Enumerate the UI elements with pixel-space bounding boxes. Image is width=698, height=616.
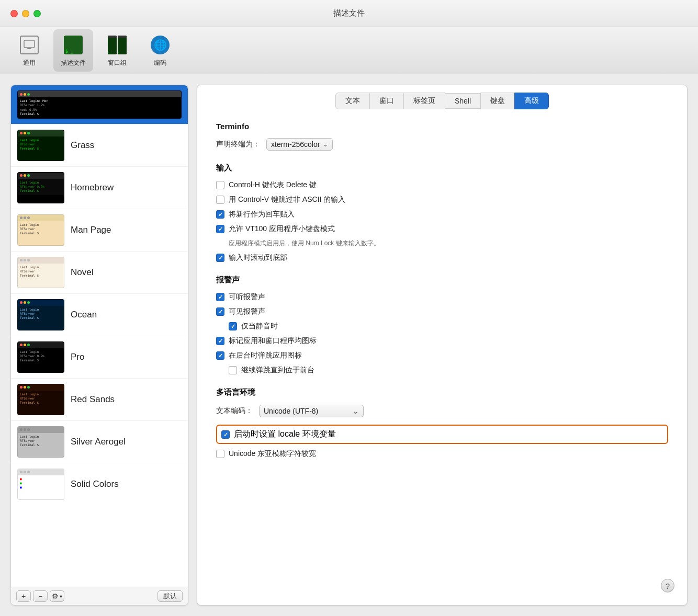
alert-item-1: 可见报警声 (216, 307, 668, 316)
checkbox-scroll-bottom[interactable] (216, 254, 224, 262)
grass-info: Grass (71, 140, 94, 151)
titlebar: 描述文件 (0, 0, 698, 27)
visual-alert-label: 可见报警声 (229, 307, 265, 316)
tab-keyboard[interactable]: 键盘 (480, 93, 515, 109)
encoding-select[interactable]: Unicode (UTF-8) ⌄ (259, 405, 364, 417)
redsands-info: Red Sands (71, 394, 115, 405)
sidebar-item-redsands[interactable]: Last login RTServer Terminal $ Red Sands (11, 379, 188, 421)
minimize-button[interactable] (22, 10, 29, 17)
sidebar-bottombar: + − ⚙ ▾ 默认 (11, 587, 188, 605)
homebrew-name: Homebrew (71, 182, 114, 193)
novel-info: Novel (71, 267, 93, 278)
sidebar-item-basic[interactable]: Last login: Mon RTServer 1.2% node 0.5% … (11, 85, 188, 124)
alert-title: 报警声 (216, 275, 668, 285)
mute-only-label: 仅当静音时 (241, 322, 278, 331)
sidebar-item-novel[interactable]: Last login RTServer Terminal $ Novel (11, 252, 188, 294)
checkbox-mute-only[interactable] (229, 322, 237, 330)
gear-icon: ⚙ (52, 592, 59, 600)
thumbnail-silveraerogel: Last login RTServer Terminal $ (17, 426, 64, 458)
chevron-down-icon: ⌄ (323, 141, 328, 148)
novel-name: Novel (71, 267, 93, 278)
pro-info: Pro (71, 352, 84, 362)
manpage-info: Man Page (71, 225, 111, 235)
locale-env-row: 启动时设置 locale 环境变量 (216, 425, 668, 444)
checkbox-unicode-wide[interactable] (216, 450, 224, 458)
main-content: Last login: Mon RTServer 1.2% node 0.5% … (0, 74, 698, 616)
bounce-continue-label: 继续弹跳直到位于前台 (241, 366, 314, 375)
locale-env-label: 启动时设置 locale 环境变量 (234, 429, 336, 440)
remove-profile-button[interactable]: − (33, 590, 48, 602)
newline-label: 将新行作为回车贴入 (229, 210, 295, 219)
locale-section: 多语言环境 文本编码： Unicode (UTF-8) ⌄ 启动时设置 loca… (216, 387, 668, 459)
silveraerogel-info: Silver Aerogel (71, 437, 126, 447)
audio-alert-label: 可听报警声 (229, 292, 265, 302)
toolbar-profile[interactable]: $ _ 描述文件 (53, 29, 93, 72)
input-item-0: Control-H 键代表 Delete 键 (216, 180, 668, 190)
tab-window[interactable]: 窗口 (369, 93, 404, 109)
tab-tabpage[interactable]: 标签页 (403, 93, 445, 109)
profile-list: Last login: Mon RTServer 1.2% node 0.5% … (11, 85, 188, 587)
maximize-button[interactable] (33, 10, 41, 17)
toolbar-wingroup-label: 窗口组 (108, 59, 127, 67)
ctrl-h-label: Control-H 键代表 Delete 键 (229, 180, 317, 190)
wingroup-icon-shape: $ $ (108, 36, 127, 54)
profile-icon: $ _ (62, 33, 85, 56)
sidebar-item-solidcolors[interactable]: ■ ■ ■ Solid Colors (11, 463, 188, 505)
ocean-name: Ocean (71, 310, 97, 320)
default-button[interactable]: 默认 (157, 590, 183, 602)
input-item-2: 将新行作为回车贴入 (216, 210, 668, 219)
checkbox-locale-env[interactable] (221, 430, 230, 439)
general-icon-shape (20, 36, 39, 54)
manpage-name: Man Page (71, 225, 111, 235)
panel-wrapper: Terminfo 声明终端为： xterm-256color ⌄ 输入 Co (197, 109, 687, 605)
checkbox-newline[interactable] (216, 210, 224, 219)
solidcolors-name: Solid Colors (71, 479, 119, 489)
ctrl-v-label: 用 Control-V 键跳过非 ASCII 的输入 (229, 195, 345, 204)
sidebar-item-grass[interactable]: Last login RTServer Terminal $ Grass (11, 124, 188, 167)
add-profile-button[interactable]: + (16, 590, 31, 602)
right-panel: 文本 窗口 标签页 Shell 键盘 高级 Terminfo 声明终端为： xt… (197, 85, 688, 606)
toolbar-encoding[interactable]: 🌐 编码 (141, 29, 179, 72)
globe-icon: 🌐 (149, 33, 172, 56)
close-button[interactable] (10, 10, 18, 17)
vt100-note: 应用程序模式启用后，使用 Num Lock 键来输入数字。 (229, 239, 668, 248)
toolbar-profile-label: 描述文件 (61, 59, 86, 67)
tab-bar: 文本 窗口 标签页 Shell 键盘 高级 (197, 85, 687, 109)
tab-shell[interactable]: Shell (445, 93, 481, 109)
terminfo-select[interactable]: xterm-256color ⌄ (266, 138, 333, 151)
checkbox-audio-alert[interactable] (216, 293, 224, 301)
solidcolors-info: Solid Colors (71, 479, 119, 489)
sidebar-item-ocean[interactable]: Last login RTServer Terminal $ Ocean (11, 294, 188, 336)
checkbox-ctrl-v[interactable] (216, 196, 224, 204)
terminfo-section: Terminfo 声明终端为： xterm-256color ⌄ (216, 122, 668, 151)
thumbnail-pro: Last login RTServer 0.9% Terminal $ (17, 341, 64, 373)
checkbox-visual-alert[interactable] (216, 307, 224, 316)
checkbox-badge-app[interactable] (216, 337, 224, 345)
thumbnail-manpage: Last login RTServer Terminal $ (17, 214, 64, 246)
encoding-value: Unicode (UTF-8) (264, 407, 318, 415)
checkbox-bounce-icon[interactable] (216, 351, 224, 360)
sidebar-item-homebrew[interactable]: Last login RTServer 0.9% Terminal $ Home… (11, 167, 188, 209)
checkbox-bounce-continue[interactable] (229, 366, 237, 374)
sidebar-item-silveraerogel[interactable]: Last login RTServer Terminal $ Silver Ae… (11, 421, 188, 463)
checkbox-ctrl-h[interactable] (216, 181, 224, 189)
alert-section: 报警声 可听报警声 可见报警声 仅当静音时 标 (216, 275, 668, 375)
input-item-1: 用 Control-V 键跳过非 ASCII 的输入 (216, 195, 668, 204)
gear-button[interactable]: ⚙ ▾ (50, 590, 64, 602)
thumbnail-basic: Last login: Mon RTServer 1.2% node 0.5% … (17, 90, 182, 119)
toolbar-encoding-label: 编码 (154, 59, 166, 67)
help-button[interactable]: ? (661, 579, 674, 592)
sidebar-item-pro[interactable]: Last login RTServer 0.9% Terminal $ Pro (11, 336, 188, 379)
tab-text[interactable]: 文本 (335, 93, 370, 109)
toolbar-general[interactable]: 通用 (10, 29, 48, 72)
tab-advanced[interactable]: 高级 (514, 93, 549, 109)
wingroup-icon: $ $ (106, 33, 129, 56)
checkbox-vt100[interactable] (216, 225, 224, 233)
unicode-wide-label: Unicode 东亚模糊字符较宽 (229, 449, 316, 459)
toolbar-wingroup[interactable]: $ $ 窗口组 (98, 29, 136, 72)
thumbnail-novel: Last login RTServer Terminal $ (17, 257, 64, 288)
monitor-icon (18, 33, 41, 56)
input-item-3: 允许 VT100 应用程序小键盘模式 (216, 224, 668, 234)
sidebar-item-manpage[interactable]: Last login RTServer Terminal $ Man Page (11, 209, 188, 252)
silveraerogel-name: Silver Aerogel (71, 437, 126, 447)
